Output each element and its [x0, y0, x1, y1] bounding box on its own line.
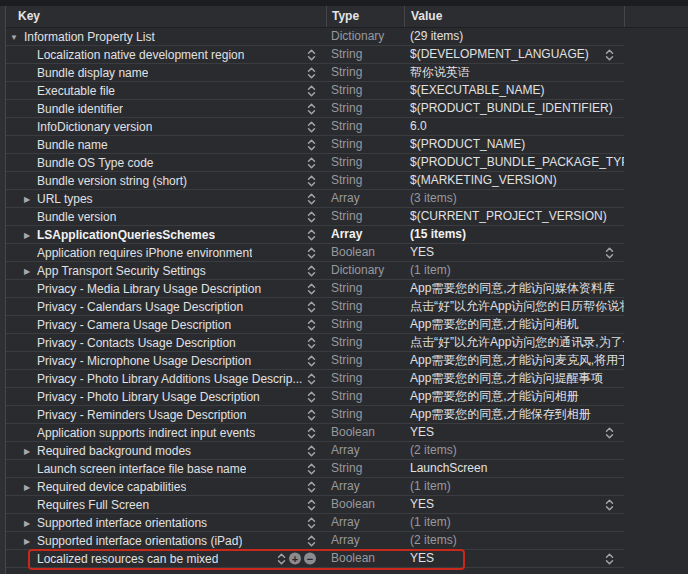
disclosure-triangle-icon[interactable]: ▶ [24, 536, 30, 545]
key-stepper-icon[interactable] [307, 318, 316, 331]
plist-row[interactable]: Bundle OS Type codeString$(PRODUCT_BUNDL… [6, 154, 688, 172]
key-stepper-icon[interactable] [307, 408, 316, 421]
key-cell[interactable]: ▶Supported interface orientations (iPad) [6, 532, 326, 550]
value-cell[interactable]: $(EXECUTABLE_NAME) [404, 82, 624, 100]
key-stepper-icon[interactable] [307, 336, 316, 349]
key-stepper-icon[interactable] [307, 480, 316, 493]
plist-row[interactable]: Privacy - Media Library Usage Descriptio… [6, 280, 688, 298]
type-cell[interactable]: Dictionary [326, 28, 404, 46]
value-cell[interactable]: 帮你说英语 [404, 64, 624, 82]
key-cell[interactable]: Localized resources can be mixed+− [6, 550, 326, 568]
key-cell[interactable]: ▶Supported interface orientations [6, 514, 326, 532]
type-cell[interactable]: String [326, 82, 404, 100]
type-cell[interactable]: String [326, 118, 404, 136]
value-cell[interactable]: LaunchScreen [404, 460, 624, 478]
value-stepper-icon[interactable] [605, 552, 614, 565]
type-cell[interactable]: Array [326, 226, 404, 244]
key-stepper-icon[interactable] [307, 138, 316, 151]
key-cell[interactable]: Privacy - Calendars Usage Description [6, 298, 326, 316]
key-cell[interactable]: ▼Information Property List [6, 28, 326, 46]
value-cell[interactable]: (3 items) [404, 190, 624, 208]
type-cell[interactable]: String [326, 208, 404, 226]
key-cell[interactable]: ▶URL types [6, 190, 326, 208]
key-cell[interactable]: Application supports indirect input even… [6, 424, 326, 442]
key-cell[interactable]: Privacy - Media Library Usage Descriptio… [6, 280, 326, 298]
plist-row[interactable]: Privacy - Reminders Usage DescriptionStr… [6, 406, 688, 424]
key-cell[interactable]: Privacy - Microphone Usage Description [6, 352, 326, 370]
key-cell[interactable]: Bundle version string (short) [6, 172, 326, 190]
key-cell[interactable]: Requires Full Screen [6, 496, 326, 514]
key-cell[interactable]: ▶Required background modes [6, 442, 326, 460]
key-cell[interactable]: ▶App Transport Security Settings [6, 262, 326, 280]
type-cell[interactable]: String [326, 388, 404, 406]
type-cell[interactable]: Array [326, 190, 404, 208]
disclosure-triangle-icon[interactable]: ▶ [24, 266, 30, 275]
value-stepper-icon[interactable] [605, 246, 614, 259]
key-stepper-icon[interactable] [307, 264, 316, 277]
key-stepper-icon[interactable] [307, 516, 316, 529]
plist-row[interactable]: ▶LSApplicationQueriesSchemesArray(15 ite… [6, 226, 688, 244]
value-cell[interactable]: $(CURRENT_PROJECT_VERSION) [404, 208, 624, 226]
value-cell[interactable]: App需要您的同意,才能访问麦克风,将用于评 [404, 352, 624, 370]
plist-row[interactable]: Localized resources can be mixed+−Boolea… [6, 550, 688, 568]
type-cell[interactable]: String [326, 352, 404, 370]
value-cell[interactable]: App需要您的同意,才能访问提醒事项 [404, 370, 624, 388]
value-cell[interactable]: (2 items) [404, 442, 624, 460]
plist-row[interactable]: Privacy - Microphone Usage DescriptionSt… [6, 352, 688, 370]
plist-row[interactable]: ▶Required background modesArray(2 items) [6, 442, 688, 460]
value-stepper-icon[interactable] [605, 426, 614, 439]
plist-row[interactable]: ▶Supported interface orientationsArray(1… [6, 514, 688, 532]
plist-row[interactable]: Localization native development regionSt… [6, 46, 688, 64]
key-stepper-icon[interactable] [277, 552, 286, 565]
type-cell[interactable]: Dictionary [326, 262, 404, 280]
type-cell[interactable]: Boolean [326, 424, 404, 442]
key-stepper-icon[interactable] [307, 426, 316, 439]
key-stepper-icon[interactable] [307, 444, 316, 457]
plist-row[interactable]: Privacy - Photo Library Additions Usage … [6, 370, 688, 388]
disclosure-triangle-icon[interactable]: ▶ [24, 230, 30, 239]
value-cell[interactable]: (2 items) [404, 532, 624, 550]
plist-row[interactable]: Bundle identifierString$(PRODUCT_BUNDLE_… [6, 100, 688, 118]
add-row-button[interactable]: + [289, 553, 301, 565]
value-stepper-icon[interactable] [605, 498, 614, 511]
value-cell[interactable]: $(PRODUCT_BUNDLE_IDENTIFIER) [404, 100, 624, 118]
type-cell[interactable]: String [326, 172, 404, 190]
key-cell[interactable]: ▶LSApplicationQueriesSchemes [6, 226, 326, 244]
value-cell[interactable]: (15 items) [404, 226, 624, 244]
plist-row[interactable]: Application supports indirect input even… [6, 424, 688, 442]
key-cell[interactable]: Localization native development region [6, 46, 326, 64]
type-cell[interactable]: String [326, 154, 404, 172]
key-cell[interactable]: InfoDictionary version [6, 118, 326, 136]
value-cell[interactable]: App需要您的同意,才能访问相机 [404, 316, 624, 334]
key-stepper-icon[interactable] [307, 498, 316, 511]
type-cell[interactable]: String [326, 100, 404, 118]
plist-row[interactable]: Bundle version string (short)String$(MAR… [6, 172, 688, 190]
plist-row[interactable]: Bundle nameString$(PRODUCT_NAME) [6, 136, 688, 154]
value-cell[interactable]: 6.0 [404, 118, 624, 136]
value-cell[interactable]: 点击“好”以允许App访问您的日历帮你说将 [404, 298, 624, 316]
type-cell[interactable]: String [326, 406, 404, 424]
key-stepper-icon[interactable] [307, 66, 316, 79]
plist-row[interactable]: Privacy - Photo Library Usage Descriptio… [6, 388, 688, 406]
value-cell[interactable]: 点击“好”以允许App访问您的通讯录,为了保 [404, 334, 624, 352]
type-cell[interactable]: String [326, 64, 404, 82]
value-stepper-icon[interactable] [605, 48, 614, 61]
key-stepper-icon[interactable] [307, 192, 316, 205]
type-cell[interactable]: Array [326, 532, 404, 550]
value-cell[interactable]: YES [404, 550, 624, 568]
key-cell[interactable]: Privacy - Reminders Usage Description [6, 406, 326, 424]
type-cell[interactable]: Boolean [326, 550, 404, 568]
type-cell[interactable]: Boolean [326, 496, 404, 514]
key-stepper-icon[interactable] [307, 354, 316, 367]
type-cell[interactable]: Array [326, 514, 404, 532]
type-cell[interactable]: Boolean [326, 244, 404, 262]
key-stepper-icon[interactable] [307, 174, 316, 187]
key-stepper-icon[interactable] [307, 120, 316, 133]
key-stepper-icon[interactable] [307, 390, 316, 403]
plist-row[interactable]: ▼Information Property ListDictionary(29 … [6, 28, 688, 46]
key-stepper-icon[interactable] [307, 246, 316, 259]
column-header-type[interactable]: Type [326, 6, 404, 27]
disclosure-triangle-icon[interactable]: ▼ [10, 32, 18, 41]
key-cell[interactable]: Launch screen interface file base name [6, 460, 326, 478]
key-stepper-icon[interactable] [307, 228, 316, 241]
